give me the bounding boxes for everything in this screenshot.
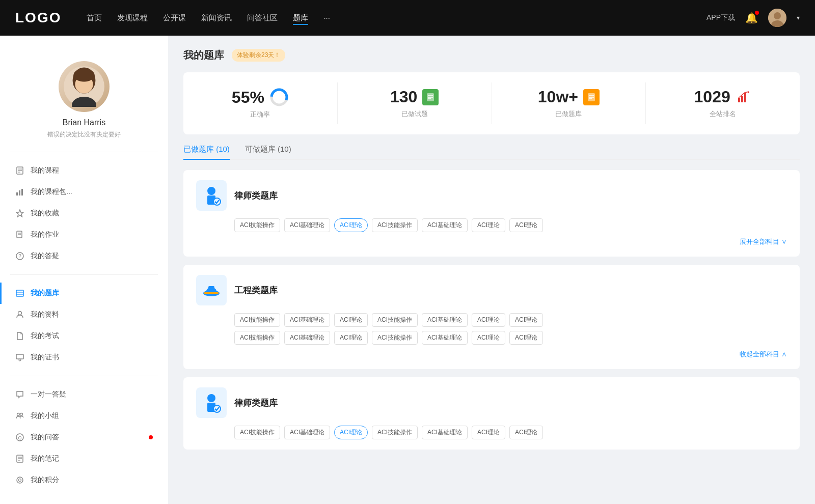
- sidebar-item-my-cert[interactable]: 我的证书: [0, 347, 168, 368]
- qbank-tag-1-2[interactable]: ACI理论: [334, 218, 368, 232]
- sidebar-item-my-course[interactable]: 我的课程: [0, 160, 168, 181]
- qbank-icon: [15, 289, 24, 298]
- nav-mooc[interactable]: 公开课: [163, 11, 186, 25]
- qbank-tag-1-5[interactable]: ACI理论: [472, 218, 505, 232]
- stat-accuracy: 55% 正确率: [183, 82, 338, 124]
- tabs-row: 已做题库 (10) 可做题库 (10): [183, 145, 800, 160]
- avatar[interactable]: [768, 9, 786, 27]
- sidebar-item-my-group[interactable]: 我的小组: [0, 405, 168, 427]
- nav-discover[interactable]: 发现课程: [117, 11, 148, 25]
- collapse-link-2[interactable]: 收起全部科目 ∧: [740, 350, 787, 359]
- sidebar-item-my-favorites[interactable]: 我的收藏: [0, 203, 168, 224]
- qbank-card-header-3: 律师类题库: [196, 387, 787, 418]
- qbank-card-lawyer-1: 律师类题库 ACI技能操作 ACI基础理论 ACI理论 ACI技能操作 ACI基…: [183, 170, 800, 257]
- avatar-dropdown-arrow[interactable]: ▾: [797, 14, 800, 21]
- stat-ranking-number: 1029: [694, 88, 730, 106]
- sidebar-label-my-exam: 我的考试: [31, 331, 59, 341]
- qbank-tag-3-5[interactable]: ACI理论: [472, 426, 505, 439]
- qbank-title-2: 工程类题库: [234, 285, 278, 296]
- sidebar: Brian Harris 错误的决定比没有决定要好 我的课程 我的课程包...: [0, 36, 168, 504]
- qbank-tag-2-8[interactable]: ACI基础理论: [284, 331, 330, 345]
- sidebar-item-my-exam[interactable]: 我的考试: [0, 325, 168, 347]
- svg-rect-49: [741, 96, 743, 102]
- qbank-tag-3-6[interactable]: ACI理论: [509, 426, 543, 439]
- svg-point-35: [17, 477, 23, 483]
- qbank-tag-2-10[interactable]: ACI技能操作: [372, 331, 418, 345]
- qa-icon: Q: [15, 433, 24, 442]
- qbank-tag-1-4[interactable]: ACI基础理论: [422, 218, 468, 232]
- qbank-footer-1: 展开全部科目 ∨: [196, 237, 787, 246]
- sidebar-label-my-points: 我的积分: [31, 475, 59, 485]
- app-download-button[interactable]: APP下载: [707, 13, 735, 22]
- sidebar-label-my-qa: 我的答疑: [31, 251, 59, 261]
- sidebar-username: Brian Harris: [63, 118, 105, 127]
- qbank-tag-2-4[interactable]: ACI基础理论: [422, 313, 468, 327]
- qbank-footer-2: 收起全部科目 ∧: [196, 350, 787, 359]
- qbank-tag-2-0[interactable]: ACI技能操作: [234, 313, 280, 327]
- sidebar-label-my-course: 我的课程: [31, 166, 59, 175]
- qbank-tag-2-13[interactable]: ACI理论: [509, 331, 543, 345]
- navbar: LOGO 首页 发现课程 公开课 新闻资讯 问答社区 题库 ··· APP下载 …: [0, 0, 815, 36]
- nav-home[interactable]: 首页: [87, 11, 102, 25]
- qbank-card-header-2: 工程类题库: [196, 275, 787, 305]
- qbank-tag-2-1[interactable]: ACI基础理论: [284, 313, 330, 327]
- nav-qa[interactable]: 问答社区: [247, 11, 278, 25]
- stat-done-questions-top: 130: [390, 88, 439, 106]
- stat-done-banks-label: 已做题库: [555, 109, 582, 119]
- qbank-tag-2-5[interactable]: ACI理论: [472, 313, 505, 327]
- sidebar-label-my-cert: 我的证书: [31, 353, 59, 362]
- sidebar-label-one-on-one: 一对一答疑: [31, 390, 66, 399]
- qbank-tag-2-12[interactable]: ACI理论: [472, 331, 505, 345]
- svg-rect-13: [19, 190, 20, 195]
- stat-done-questions-number: 130: [390, 88, 417, 106]
- qbank-tag-3-2[interactable]: ACI理论: [334, 426, 368, 439]
- nav-news[interactable]: 新闻资讯: [201, 11, 232, 25]
- svg-point-1: [774, 12, 781, 19]
- qbank-tag-1-3[interactable]: ACI技能操作: [372, 218, 418, 232]
- qbank-tag-2-3[interactable]: ACI技能操作: [372, 313, 418, 327]
- qbank-tag-3-1[interactable]: ACI基础理论: [284, 426, 330, 439]
- svg-rect-50: [744, 93, 746, 102]
- qbank-tag-2-2[interactable]: ACI理论: [334, 313, 368, 327]
- expand-link-1[interactable]: 展开全部科目 ∨: [740, 237, 787, 246]
- sidebar-item-my-answers[interactable]: Q 我的问答: [0, 427, 168, 448]
- sidebar-item-my-points[interactable]: 我的积分: [0, 469, 168, 491]
- svg-rect-25: [16, 354, 23, 359]
- stat-done-banks-number: 10w+: [538, 88, 578, 106]
- qbank-tag-2-7[interactable]: ACI技能操作: [234, 331, 280, 345]
- sidebar-item-my-homework[interactable]: 我的作业: [0, 224, 168, 245]
- sidebar-menu: 我的课程 我的课程包... 我的收藏 我的作业: [0, 160, 168, 491]
- qbank-tag-1-6[interactable]: ACI理论: [509, 218, 543, 232]
- sidebar-item-my-notes[interactable]: 我的笔记: [0, 448, 168, 469]
- sidebar-item-my-profile[interactable]: 我的资料: [0, 304, 168, 325]
- sidebar-label-my-qbank: 我的题库: [31, 289, 59, 298]
- svg-marker-15: [16, 210, 23, 217]
- sidebar-item-one-on-one[interactable]: 一对一答疑: [0, 384, 168, 405]
- tab-done-banks[interactable]: 已做题库 (10): [183, 145, 230, 159]
- sidebar-label-my-favorites: 我的收藏: [31, 209, 59, 218]
- note-icon: [15, 454, 24, 463]
- stat-done-questions-label: 已做试题: [401, 109, 428, 119]
- sidebar-motto: 错误的决定比没有决定要好: [47, 130, 121, 139]
- qbank-tag-3-3[interactable]: ACI技能操作: [372, 426, 418, 439]
- tab-available-banks[interactable]: 可做题库 (10): [245, 145, 291, 159]
- nav-qbank[interactable]: 题库: [293, 11, 308, 25]
- stat-done-banks: 10w+ 已做题库: [492, 82, 646, 124]
- qbank-tag-3-4[interactable]: ACI基础理论: [422, 426, 468, 439]
- qbank-tag-2-11[interactable]: ACI基础理论: [422, 331, 468, 345]
- qbank-tag-1-1[interactable]: ACI基础理论: [284, 218, 330, 232]
- notification-bell[interactable]: 🔔: [745, 12, 758, 24]
- sidebar-item-my-qbank[interactable]: 我的题库: [0, 283, 168, 304]
- qbank-tag-3-0[interactable]: ACI技能操作: [234, 426, 280, 439]
- main-content: 我的题库 体验剩余23天！ 55% 正确率: [168, 36, 815, 504]
- qbank-title-3: 律师类题库: [234, 397, 278, 409]
- qbank-tag-2-6[interactable]: ACI理论: [509, 313, 543, 327]
- nav-more[interactable]: ···: [323, 11, 330, 25]
- sidebar-item-my-package[interactable]: 我的课程包...: [0, 181, 168, 203]
- qbank-tag-1-0[interactable]: ACI技能操作: [234, 218, 280, 232]
- svg-rect-57: [208, 286, 214, 289]
- yellow-doc-icon: [583, 89, 600, 105]
- chart-icon: [15, 187, 24, 197]
- qbank-tag-2-9[interactable]: ACI理论: [334, 331, 368, 345]
- sidebar-item-my-qa[interactable]: ? 我的答疑: [0, 245, 168, 267]
